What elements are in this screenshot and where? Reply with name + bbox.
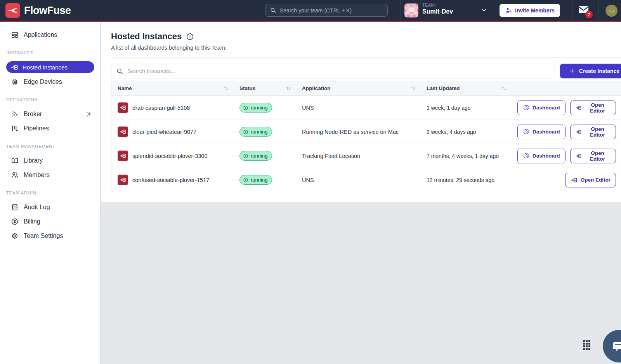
broker-icon	[11, 110, 19, 118]
table-row[interactable]: confused-sociable-plover-1517 running UN…	[111, 168, 621, 192]
node-red-instance-icon	[118, 102, 128, 113]
search-icon	[270, 7, 276, 14]
page-title: Hosted Instances	[111, 31, 182, 42]
hosted-instance-icon	[11, 64, 18, 71]
column-header-application[interactable]: Application	[296, 85, 420, 91]
status-badge: running	[239, 175, 272, 185]
column-header-last-updated[interactable]: Last Updated	[420, 85, 511, 91]
node-editor-icon	[571, 177, 578, 184]
pipelines-icon	[11, 125, 19, 132]
info-icon[interactable]	[186, 33, 194, 41]
currency-dollar-icon	[11, 218, 19, 225]
instances-table: Name Status Application	[111, 81, 621, 192]
nav-divider	[401, 0, 401, 21]
sidebar-section-operations: OPERATIONS	[0, 97, 100, 102]
sort-icon[interactable]	[411, 86, 416, 91]
applications-icon	[11, 31, 19, 39]
nav-divider	[572, 0, 572, 21]
open-editor-button[interactable]: Open Editor	[570, 125, 616, 139]
brand[interactable]: FlowFuse	[5, 3, 71, 18]
nav-divider	[494, 0, 494, 21]
create-instance-button[interactable]: Create Instance	[560, 64, 621, 78]
chat-bubble-icon	[611, 338, 621, 354]
top-navbar: FlowFuse	[0, 0, 621, 22]
sidebar-item-members[interactable]: Members	[0, 168, 100, 182]
search-instances-input[interactable]	[127, 68, 550, 74]
sort-icon[interactable]	[224, 86, 229, 91]
application-name: UNS	[296, 177, 420, 183]
node-editor-icon	[576, 128, 582, 135]
table-header-row: Name Status Application	[111, 81, 621, 95]
column-header-name[interactable]: Name	[111, 85, 233, 91]
table-row[interactable]: splendid-sociable-plover-3300 running Tr…	[111, 144, 621, 168]
play-circle-icon	[243, 177, 248, 183]
sidebar-item-hosted-instances[interactable]: Hosted Instances	[6, 61, 94, 73]
node-red-instance-icon	[118, 175, 128, 185]
node-red-instance-icon	[118, 127, 128, 137]
pie-chart-icon	[523, 128, 529, 135]
chevron-down-icon	[480, 7, 487, 14]
team-avatar	[404, 3, 418, 17]
database-icon	[11, 203, 19, 211]
chat-drag-handle[interactable]	[583, 340, 590, 350]
dashboard-button[interactable]: Dashboard	[517, 101, 565, 115]
team-name: Sumit-Dev	[422, 8, 453, 15]
node-red-instance-icon	[118, 151, 128, 161]
brand-name: FlowFuse	[24, 5, 71, 17]
page-subtitle: A list of all dashboards belonging to th…	[111, 45, 621, 51]
open-editor-button[interactable]: Open Editor	[570, 101, 616, 115]
user-avatar[interactable]: su	[605, 5, 618, 17]
play-circle-icon	[243, 105, 248, 111]
open-editor-button[interactable]: Open Editor	[570, 149, 616, 163]
sidebar-item-broker[interactable]: Broker	[0, 107, 100, 121]
team-label: TEAM:	[422, 3, 453, 7]
pie-chart-icon	[523, 104, 529, 111]
search-instances[interactable]	[111, 64, 555, 78]
sidebar-section-team-management: TEAM MANAGEMENT	[0, 144, 100, 149]
chip-icon	[11, 78, 19, 86]
open-editor-button[interactable]: Open Editor	[565, 173, 616, 187]
sidebar-item-applications[interactable]: Applications	[0, 28, 100, 42]
notifications-button[interactable]: 7	[578, 5, 594, 19]
invite-members-button[interactable]: Invite Members	[500, 4, 560, 17]
nav-divider	[598, 0, 598, 21]
sort-icon[interactable]	[286, 86, 291, 91]
search-icon	[116, 68, 123, 75]
team-selector[interactable]: TEAM: Sumit-Dev	[404, 0, 488, 21]
sidebar-section-team-admin: TEAM ADMIN	[0, 191, 100, 195]
status-badge: running	[239, 127, 272, 137]
last-updated: 12 minutes, 29 seconds ago	[420, 177, 511, 183]
team-search[interactable]	[265, 4, 388, 17]
table-row[interactable]: drab-caspian-gull-5108 running UNS 1 wee…	[111, 95, 621, 120]
sidebar: Applications INSTANCES Hosted Instances …	[0, 22, 101, 364]
dashboard-button[interactable]: Dashboard	[517, 125, 565, 139]
book-open-icon	[11, 157, 19, 165]
play-circle-icon	[243, 153, 248, 159]
last-updated: 7 months, 4 weeks, 1 day ago	[420, 153, 511, 159]
last-updated: 2 weeks, 4 days ago	[420, 129, 511, 135]
team-search-input[interactable]	[280, 7, 383, 14]
dashboard-button[interactable]: Dashboard	[517, 149, 565, 163]
sidebar-section-instances: INSTANCES	[0, 50, 100, 55]
flowfuse-logo-icon	[5, 3, 20, 18]
sidebar-item-edge-devices[interactable]: Edge Devices	[0, 75, 100, 89]
application-name: Running Node-RED as service on Mac	[296, 129, 420, 135]
play-circle-icon	[243, 129, 248, 135]
node-editor-icon	[576, 153, 582, 159]
column-header-status[interactable]: Status	[233, 85, 296, 91]
sidebar-item-team-settings[interactable]: Team Settings	[0, 229, 100, 243]
main-content: Hosted Instances A list of all dashboard…	[101, 22, 621, 202]
chat-widget-button[interactable]	[603, 330, 621, 362]
sidebar-item-library[interactable]: Library	[0, 153, 100, 168]
pie-chart-icon	[523, 153, 529, 159]
status-badge: running	[239, 151, 272, 161]
sidebar-item-pipelines[interactable]: Pipelines	[0, 121, 100, 135]
table-row[interactable]: clear-pied-wheatear-9077 running Running…	[111, 120, 621, 144]
notification-badge: 7	[585, 11, 593, 18]
application-name: Tracking Fleet Location	[296, 153, 420, 159]
node-editor-icon	[576, 104, 582, 111]
sidebar-item-audit-log[interactable]: Audit Log	[0, 200, 100, 214]
sidebar-item-billing[interactable]: Billing	[0, 214, 100, 229]
sparkles-icon	[85, 111, 92, 118]
sort-icon[interactable]	[501, 86, 507, 91]
